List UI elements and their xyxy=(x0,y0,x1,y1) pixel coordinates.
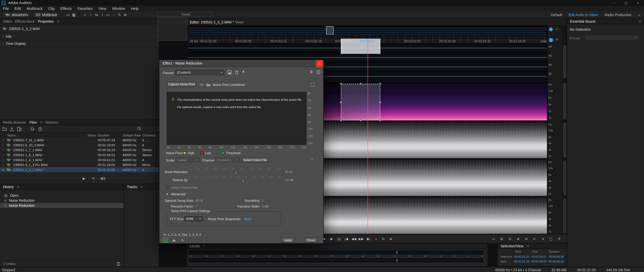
history-item-noise-reduction-2-selected[interactable]: fx Noise Reduction xyxy=(0,203,124,208)
section-time-display[interactable]: › Time Display xyxy=(3,42,26,46)
capture-noise-print-button[interactable]: Capture Noise Print xyxy=(167,82,196,87)
smoothing-value[interactable]: 1 xyxy=(262,199,263,203)
grid-view-icon[interactable]: ▦ xyxy=(71,13,77,17)
panel-menu-icon[interactable]: ≡ xyxy=(639,19,641,23)
view-start-value[interactable]: 00:01:51:22 xyxy=(514,260,529,263)
favorite-star-icon[interactable]: ★ xyxy=(242,70,245,74)
razor-tool-icon[interactable]: / xyxy=(88,13,94,17)
monitor-panel-icon[interactable]: ▭ xyxy=(65,13,71,17)
playhead[interactable] xyxy=(368,39,368,234)
delete-preset-icon[interactable] xyxy=(235,70,239,74)
column-status[interactable]: Status xyxy=(88,133,96,137)
timeline-overview[interactable] xyxy=(188,26,547,35)
column-duration[interactable]: Duration xyxy=(98,133,109,137)
fft-size-dropdown[interactable]: 4096▾ xyxy=(184,216,203,221)
selection-duration-value[interactable]: 00:00:00:06 xyxy=(549,255,564,258)
lasso-selection-tool-icon[interactable]: ◌ xyxy=(111,13,116,17)
zoom-in-at-in-point-icon[interactable]: ⇤ xyxy=(532,237,537,241)
menu-item[interactable]: File xyxy=(0,6,12,10)
dialog-close-button[interactable]: Close xyxy=(304,237,318,243)
files-table-header[interactable]: Name ↓ Status Duration Sample Rate Chann… xyxy=(0,132,159,137)
zoom-out-horizontal-icon[interactable]: ⊖ xyxy=(507,237,512,241)
tab-essential-sound[interactable]: Essential Sound xyxy=(570,19,595,23)
play-button[interactable]: ▶ xyxy=(329,237,334,241)
workspace-edit-audio-to-video[interactable]: Edit Audio to Video xyxy=(569,13,598,17)
waveform-view-button[interactable]: Waveform xyxy=(3,12,31,17)
reset-zoom-icon[interactable]: ↺ xyxy=(556,237,562,241)
tab-editor[interactable]: Editor: 230531-1_3_2.WAV * xyxy=(190,20,234,24)
preview-play-button[interactable]: ▶ xyxy=(81,177,87,181)
search-icon[interactable] xyxy=(137,126,141,130)
tab-files[interactable]: Files xyxy=(29,120,37,124)
tab-markers[interactable]: Markers xyxy=(46,120,58,124)
skip-to-end-button[interactable]: ▶| xyxy=(366,237,371,241)
noise-print-snapshots-value[interactable]: 4000 xyxy=(244,217,251,221)
precision-factor-value[interactable]: 7 xyxy=(195,205,197,208)
file-row[interactable]: › 230531-5_10_3.WAV 00:01:19:00 48000 Hz… xyxy=(0,143,159,148)
zoom-out-vertical-icon[interactable]: ⊖ xyxy=(524,237,529,241)
history-item-noise-reduction-1[interactable]: fx Noise Reduction xyxy=(0,198,124,203)
collapse-icon[interactable]: ▾ xyxy=(3,168,7,172)
dialog-close-icon[interactable]: × xyxy=(316,60,323,67)
history-item-open[interactable]: ▤ Open xyxy=(0,193,124,198)
tab-tracks[interactable]: Tracks xyxy=(127,185,137,189)
section-info[interactable]: › Info xyxy=(3,35,12,39)
output-noise-only-checkbox[interactable] xyxy=(166,186,169,189)
column-name[interactable]: Name xyxy=(7,133,16,137)
preview-play-button[interactable]: ▶ xyxy=(172,239,177,243)
select-entire-file-button[interactable]: Select Entire File xyxy=(242,157,269,162)
menu-item[interactable]: Edit xyxy=(12,6,24,10)
spectral-decay-rate-value[interactable]: 65 % xyxy=(195,199,203,203)
workspace-overflow-icon[interactable]: » xyxy=(638,13,640,17)
record-button[interactable]: ● xyxy=(373,237,379,241)
panel-options-icon[interactable]: ≡ xyxy=(556,27,558,31)
marquee-selection-tool-icon[interactable]: ▭ xyxy=(105,13,111,17)
selection-start-value[interactable]: 00:01:52:20 xyxy=(514,255,529,258)
maximize-button[interactable]: ▢ xyxy=(620,0,632,6)
rewind-button[interactable]: ◀◀ xyxy=(351,237,356,241)
close-button[interactable]: × xyxy=(632,0,644,6)
panel-menu-icon[interactable]: ≡ xyxy=(203,244,205,248)
advanced-section-label[interactable]: Advanced xyxy=(171,192,185,196)
file-row[interactable]: › 230531-1_6_1.WAV 00:02:59:01 48000 Hz … xyxy=(0,152,159,157)
reduce-by-slider[interactable] xyxy=(188,181,281,182)
move-tool-icon[interactable]: + xyxy=(82,13,88,17)
reset-icon[interactable]: ↺ xyxy=(310,157,313,161)
slider-handle[interactable] xyxy=(242,179,244,183)
zoom-in-vertical-icon[interactable]: ⊕ xyxy=(515,237,521,241)
expand-icon[interactable]: › xyxy=(3,153,7,157)
panel-menu-icon[interactable]: ≡ xyxy=(527,244,529,248)
file-row[interactable]: › 230531-1_4_1.WAV 00:00:41:01 48000 Hz … xyxy=(0,157,159,162)
file-row[interactable]: › 230531-3_1_3 PU.WAV 00:01:16:00 48000 … xyxy=(0,162,159,167)
zoom-in-at-out-point-icon[interactable]: ⇥ xyxy=(540,237,545,241)
time-selection-tool-icon[interactable]: I xyxy=(99,13,105,17)
selection-end-value[interactable]: 00:01:53:01 xyxy=(532,255,547,258)
menu-item[interactable]: Window xyxy=(109,6,128,10)
open-file-icon[interactable] xyxy=(3,127,7,131)
column-channels[interactable]: Channels xyxy=(143,133,156,137)
file-row-selected[interactable]: ▾ 230531-1_3_2.WAV * 00:02:31:00 48000 H… xyxy=(0,167,159,172)
scale-dropdown[interactable]: Linear▾ xyxy=(176,157,200,162)
vertical-zoom-icon[interactable] xyxy=(549,38,553,42)
file-row[interactable]: › 230531-7_11_1.WAV 00:00:47:24 48000 Hz… xyxy=(0,138,159,143)
spectral-selection-box[interactable] xyxy=(341,84,380,120)
new-file-icon[interactable] xyxy=(17,127,21,131)
menu-item[interactable]: Help xyxy=(128,6,141,10)
multitrack-view-button[interactable]: Multitrack xyxy=(33,12,60,17)
vertical-zoom-scrollbar[interactable] xyxy=(562,25,567,234)
spot-healing-tool-icon[interactable]: ⊕ xyxy=(122,13,128,17)
tab-history[interactable]: History xyxy=(3,185,14,189)
minimize-button[interactable]: – xyxy=(608,0,620,6)
expand-icon[interactable]: › xyxy=(3,163,7,167)
tab-media-browser[interactable]: Media Browser xyxy=(3,120,26,124)
panel-menu-icon[interactable]: ≡ xyxy=(141,185,143,189)
workspace-radio-production[interactable]: Radio Production xyxy=(605,13,631,17)
essential-preset-dropdown[interactable]: ▾ xyxy=(584,35,639,40)
loop-preview-button[interactable]: ↻ xyxy=(180,239,185,243)
zoom-to-selection-icon[interactable]: ▢ xyxy=(548,237,554,241)
noise-reduction-graph[interactable]: ⚠ The channelization of the current nois… xyxy=(167,92,306,145)
trash-icon[interactable] xyxy=(38,127,42,131)
column-sample-rate[interactable]: Sample Rate xyxy=(123,133,141,137)
auto-play-speaker-icon[interactable] xyxy=(100,177,105,181)
channel-dropdown[interactable]: Channel 1▾ xyxy=(214,157,240,162)
